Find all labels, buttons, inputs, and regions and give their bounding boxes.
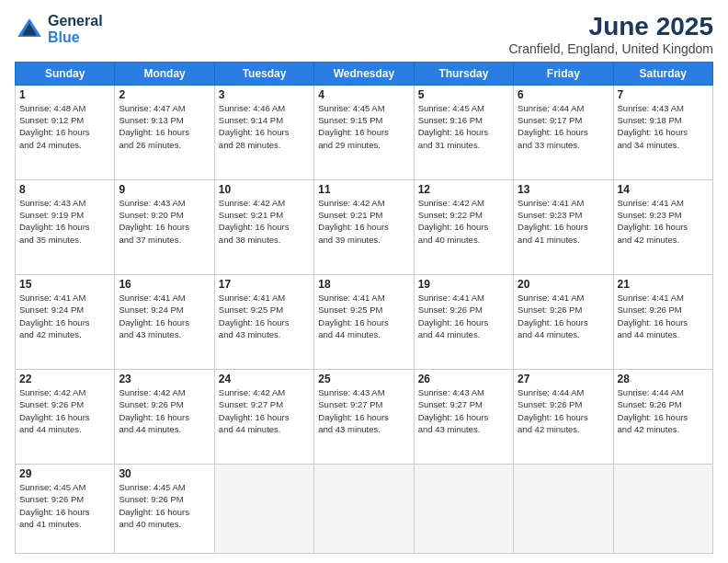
day-info: Sunrise: 4:43 AM Sunset: 9:19 PM Dayligh… <box>19 197 110 246</box>
header-row: SundayMondayTuesdayWednesdayThursdayFrid… <box>16 62 713 85</box>
day-info: Sunrise: 4:41 AM Sunset: 9:26 PM Dayligh… <box>518 292 609 340</box>
day-number: 11 <box>318 183 409 196</box>
day-info: Sunrise: 4:43 AM Sunset: 9:27 PM Dayligh… <box>418 386 509 435</box>
day-number: 27 <box>518 373 609 385</box>
day-info: Sunrise: 4:42 AM Sunset: 9:26 PM Dayligh… <box>119 386 210 435</box>
day-number: 3 <box>219 88 310 101</box>
day-number: 20 <box>518 278 609 291</box>
day-number: 21 <box>618 278 709 291</box>
calendar-cell: 22Sunrise: 4:42 AM Sunset: 9:26 PM Dayli… <box>16 370 115 465</box>
day-number: 13 <box>518 183 609 196</box>
calendar-cell <box>613 465 712 554</box>
day-info: Sunrise: 4:44 AM Sunset: 9:26 PM Dayligh… <box>618 386 709 435</box>
calendar-cell: 16Sunrise: 4:41 AM Sunset: 9:24 PM Dayli… <box>115 274 214 369</box>
day-number: 6 <box>518 88 609 101</box>
day-info: Sunrise: 4:42 AM Sunset: 9:26 PM Dayligh… <box>19 386 110 435</box>
col-header-thursday: Thursday <box>414 62 513 85</box>
logo-icon <box>15 15 44 44</box>
day-number: 9 <box>119 183 210 196</box>
day-number: 16 <box>119 278 210 291</box>
calendar-cell: 20Sunrise: 4:41 AM Sunset: 9:26 PM Dayli… <box>514 274 613 369</box>
day-number: 19 <box>418 278 509 291</box>
day-number: 23 <box>119 373 210 385</box>
day-info: Sunrise: 4:45 AM Sunset: 9:26 PM Dayligh… <box>19 481 110 530</box>
calendar-cell <box>314 465 414 554</box>
day-number: 28 <box>618 373 709 385</box>
day-info: Sunrise: 4:41 AM Sunset: 9:24 PM Dayligh… <box>119 292 210 340</box>
calendar-cell: 10Sunrise: 4:42 AM Sunset: 9:21 PM Dayli… <box>214 179 313 274</box>
day-info: Sunrise: 4:42 AM Sunset: 9:21 PM Dayligh… <box>219 197 310 246</box>
day-info: Sunrise: 4:48 AM Sunset: 9:12 PM Dayligh… <box>19 102 110 151</box>
day-number: 1 <box>19 88 110 101</box>
main-title: June 2025 <box>508 13 713 41</box>
day-number: 25 <box>318 373 409 385</box>
calendar-cell <box>514 465 613 554</box>
day-info: Sunrise: 4:41 AM Sunset: 9:25 PM Dayligh… <box>219 292 310 340</box>
day-info: Sunrise: 4:41 AM Sunset: 9:23 PM Dayligh… <box>518 197 609 246</box>
calendar-cell: 15Sunrise: 4:41 AM Sunset: 9:24 PM Dayli… <box>16 274 115 369</box>
day-info: Sunrise: 4:44 AM Sunset: 9:26 PM Dayligh… <box>518 386 609 435</box>
calendar-cell: 6Sunrise: 4:44 AM Sunset: 9:17 PM Daylig… <box>514 85 613 179</box>
day-number: 24 <box>219 373 310 385</box>
calendar-cell: 18Sunrise: 4:41 AM Sunset: 9:25 PM Dayli… <box>314 274 414 369</box>
calendar-cell: 24Sunrise: 4:42 AM Sunset: 9:27 PM Dayli… <box>214 370 313 465</box>
logo-line1: General <box>48 13 103 29</box>
day-info: Sunrise: 4:41 AM Sunset: 9:26 PM Dayligh… <box>418 292 509 340</box>
day-number: 12 <box>418 183 509 196</box>
day-info: Sunrise: 4:43 AM Sunset: 9:18 PM Dayligh… <box>618 102 709 151</box>
subtitle: Cranfield, England, United Kingdom <box>508 41 713 56</box>
calendar-cell: 21Sunrise: 4:41 AM Sunset: 9:26 PM Dayli… <box>613 274 712 369</box>
title-block: June 2025 Cranfield, England, United Kin… <box>508 13 713 56</box>
calendar-cell: 30Sunrise: 4:45 AM Sunset: 9:26 PM Dayli… <box>115 465 214 554</box>
logo: General Blue <box>15 13 103 45</box>
calendar-cell: 17Sunrise: 4:41 AM Sunset: 9:25 PM Dayli… <box>214 274 313 369</box>
day-info: Sunrise: 4:45 AM Sunset: 9:26 PM Dayligh… <box>119 481 210 530</box>
calendar-cell <box>214 465 313 554</box>
calendar-cell: 8Sunrise: 4:43 AM Sunset: 9:19 PM Daylig… <box>16 179 115 274</box>
day-info: Sunrise: 4:44 AM Sunset: 9:17 PM Dayligh… <box>518 102 609 151</box>
calendar-cell: 26Sunrise: 4:43 AM Sunset: 9:27 PM Dayli… <box>414 370 513 465</box>
day-number: 5 <box>418 88 509 101</box>
day-number: 4 <box>318 88 409 101</box>
calendar-cell: 5Sunrise: 4:45 AM Sunset: 9:16 PM Daylig… <box>414 85 513 179</box>
week-row-5: 29Sunrise: 4:45 AM Sunset: 9:26 PM Dayli… <box>16 465 713 554</box>
calendar-cell: 23Sunrise: 4:42 AM Sunset: 9:26 PM Dayli… <box>115 370 214 465</box>
col-header-friday: Friday <box>514 62 613 85</box>
calendar-cell: 1Sunrise: 4:48 AM Sunset: 9:12 PM Daylig… <box>16 85 115 179</box>
day-info: Sunrise: 4:42 AM Sunset: 9:27 PM Dayligh… <box>219 386 310 435</box>
calendar-cell: 28Sunrise: 4:44 AM Sunset: 9:26 PM Dayli… <box>613 370 712 465</box>
week-row-1: 1Sunrise: 4:48 AM Sunset: 9:12 PM Daylig… <box>16 85 713 179</box>
day-info: Sunrise: 4:43 AM Sunset: 9:20 PM Dayligh… <box>119 197 210 246</box>
col-header-monday: Monday <box>115 62 214 85</box>
day-info: Sunrise: 4:42 AM Sunset: 9:22 PM Dayligh… <box>418 197 509 246</box>
day-info: Sunrise: 4:41 AM Sunset: 9:25 PM Dayligh… <box>318 292 409 340</box>
calendar-cell: 29Sunrise: 4:45 AM Sunset: 9:26 PM Dayli… <box>16 465 115 554</box>
calendar-cell: 4Sunrise: 4:45 AM Sunset: 9:15 PM Daylig… <box>314 85 414 179</box>
day-info: Sunrise: 4:42 AM Sunset: 9:21 PM Dayligh… <box>318 197 409 246</box>
day-number: 10 <box>219 183 310 196</box>
calendar-cell: 11Sunrise: 4:42 AM Sunset: 9:21 PM Dayli… <box>314 179 414 274</box>
calendar-cell: 14Sunrise: 4:41 AM Sunset: 9:23 PM Dayli… <box>613 179 712 274</box>
day-number: 7 <box>618 88 709 101</box>
col-header-tuesday: Tuesday <box>214 62 313 85</box>
calendar-cell: 3Sunrise: 4:46 AM Sunset: 9:14 PM Daylig… <box>214 85 313 179</box>
calendar-cell: 19Sunrise: 4:41 AM Sunset: 9:26 PM Dayli… <box>414 274 513 369</box>
day-number: 30 <box>119 467 210 480</box>
week-row-2: 8Sunrise: 4:43 AM Sunset: 9:19 PM Daylig… <box>16 179 713 274</box>
day-number: 8 <box>19 183 110 196</box>
calendar-table: SundayMondayTuesdayWednesdayThursdayFrid… <box>15 62 713 554</box>
week-row-3: 15Sunrise: 4:41 AM Sunset: 9:24 PM Dayli… <box>16 274 713 369</box>
week-row-4: 22Sunrise: 4:42 AM Sunset: 9:26 PM Dayli… <box>16 370 713 465</box>
day-info: Sunrise: 4:43 AM Sunset: 9:27 PM Dayligh… <box>318 386 409 435</box>
day-number: 18 <box>318 278 409 291</box>
day-info: Sunrise: 4:41 AM Sunset: 9:24 PM Dayligh… <box>19 292 110 340</box>
col-header-sunday: Sunday <box>16 62 115 85</box>
page: General Blue June 2025 Cranfield, Englan… <box>0 0 728 563</box>
logo-line2: Blue <box>48 29 103 46</box>
calendar-cell: 12Sunrise: 4:42 AM Sunset: 9:22 PM Dayli… <box>414 179 513 274</box>
day-info: Sunrise: 4:41 AM Sunset: 9:23 PM Dayligh… <box>618 197 709 246</box>
day-info: Sunrise: 4:45 AM Sunset: 9:16 PM Dayligh… <box>418 102 509 151</box>
day-info: Sunrise: 4:41 AM Sunset: 9:26 PM Dayligh… <box>618 292 709 340</box>
calendar-cell: 2Sunrise: 4:47 AM Sunset: 9:13 PM Daylig… <box>115 85 214 179</box>
day-number: 26 <box>418 373 509 385</box>
